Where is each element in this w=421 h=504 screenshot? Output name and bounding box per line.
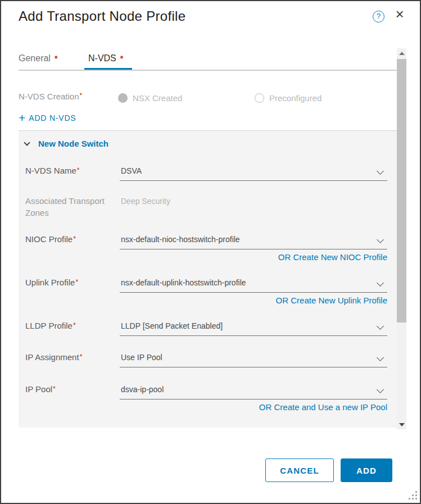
add-transport-node-profile-dialog: Add Transport Node Profile ? × General* … [0, 0, 421, 504]
chevron-down-icon [377, 167, 384, 175]
scroll-up-button[interactable] [397, 48, 406, 58]
chevron-down-icon [24, 139, 30, 146]
new-node-switch-panel: New Node Switch N-VDS Name* DSVA Associa… [19, 130, 397, 428]
tab-general-label: General [19, 53, 51, 63]
new-node-switch-header[interactable]: New Node Switch [24, 139, 108, 148]
tab-nvds[interactable]: N-VDS* [88, 53, 123, 63]
nvds-creation-required-marker: * [80, 92, 83, 99]
required-marker: * [75, 278, 78, 286]
chevron-down-icon [377, 236, 384, 243]
scroll-down-button[interactable] [397, 420, 406, 429]
associated-transport-zones-value: Deep Security [121, 197, 170, 206]
chevron-down-icon [377, 386, 384, 393]
associated-transport-zones-field: Deep Security [120, 195, 387, 211]
ip-pool-dropdown[interactable]: dsva-ip-pool [120, 383, 387, 399]
required-marker: * [73, 321, 76, 329]
nvds-creation-label: N-VDS Creation* [19, 92, 82, 101]
radio-nsx-created: NSX Created [118, 93, 182, 103]
add-button[interactable]: ADD [341, 458, 392, 482]
chevron-down-icon [377, 279, 384, 287]
nioc-profile-label: NIOC Profile* [25, 233, 114, 245]
required-marker: * [77, 166, 80, 174]
dialog-title: Add Transport Node Profile [19, 8, 185, 24]
tab-general-required-marker: * [55, 54, 57, 63]
add-nvds-link[interactable]: + ADD N-VDS [19, 112, 76, 124]
lldp-profile-dropdown[interactable]: LLDP [Send Packet Enabled] [120, 320, 387, 336]
plus-icon: + [19, 112, 25, 124]
tab-nvds-label: N-VDS [88, 53, 116, 63]
lldp-profile-value: LLDP [Send Packet Enabled] [121, 321, 223, 330]
associated-transport-zones-label: Associated Transport Zones [25, 195, 114, 219]
help-icon[interactable]: ? [373, 11, 384, 22]
nioc-profile-value: nsx-default-nioc-hostswitch-profile [121, 235, 240, 244]
uplink-profile-label: Uplink Profile* [25, 276, 114, 288]
create-new-uplink-profile-link[interactable]: OR Create New Uplink Profile [120, 296, 387, 305]
uplink-profile-dropdown[interactable]: nsx-default-uplink-hostswitch-profile [120, 276, 387, 293]
create-new-ip-pool-link[interactable]: OR Create and Use a new IP Pool [120, 402, 387, 412]
triangle-down-icon [399, 423, 405, 426]
triangle-up-icon [399, 52, 405, 55]
tab-divider [19, 70, 397, 71]
ip-assignment-value: Use IP Pool [121, 353, 162, 362]
vertical-scrollbar[interactable] [397, 48, 406, 429]
ip-assignment-dropdown[interactable]: Use IP Pool [120, 351, 387, 367]
radio-preconfigured: Preconfigured [255, 93, 322, 103]
radio-nsx-created-label: NSX Created [133, 93, 182, 103]
nioc-profile-dropdown[interactable]: nsx-default-nioc-hostswitch-profile [120, 233, 387, 249]
tab-nvds-required-marker: * [120, 54, 123, 63]
cancel-button[interactable]: CANCEL [265, 458, 334, 482]
ip-pool-label: IP Pool* [25, 383, 114, 395]
new-node-switch-title: New Node Switch [38, 139, 108, 148]
required-marker: * [73, 235, 76, 243]
create-new-nioc-profile-link[interactable]: OR Create New NIOC Profile [120, 252, 387, 262]
uplink-profile-value: nsx-default-uplink-hostswitch-profile [121, 278, 246, 287]
chevron-down-icon [377, 354, 384, 361]
ip-pool-value: dsva-ip-pool [121, 385, 164, 394]
ip-assignment-label: IP Assignment* [25, 351, 114, 363]
radio-preconfigured-label: Preconfigured [269, 93, 322, 103]
nvds-name-label: N-VDS Name* [25, 165, 114, 176]
lldp-profile-label: LLDP Profile* [25, 320, 114, 332]
nvds-name-value: DSVA [121, 166, 142, 175]
scrollbar-thumb[interactable] [397, 59, 406, 323]
nvds-name-dropdown[interactable]: DSVA [120, 165, 387, 181]
resize-grip[interactable] [408, 491, 417, 500]
required-marker: * [80, 353, 83, 361]
close-icon[interactable]: × [392, 6, 407, 22]
tab-general[interactable]: General* [19, 53, 57, 63]
add-nvds-label: ADD N-VDS [29, 113, 76, 122]
radio-unselected-icon [255, 93, 264, 103]
required-marker: * [53, 385, 56, 393]
chevron-down-icon [377, 323, 384, 330]
radio-selected-icon [118, 93, 128, 103]
